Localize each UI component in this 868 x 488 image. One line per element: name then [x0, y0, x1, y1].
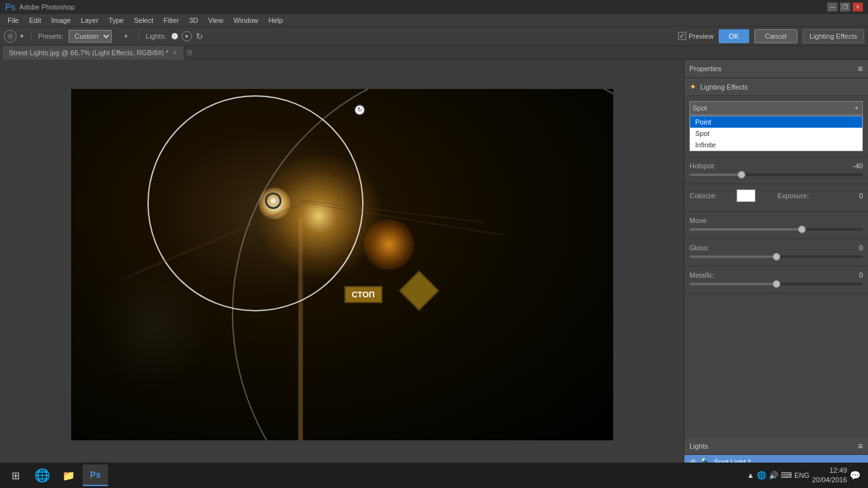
gloss-value: 0 — [844, 244, 863, 252]
gloss-slider[interactable] — [689, 255, 863, 258]
fx-icon: ✦ — [689, 82, 696, 92]
ok-button[interactable]: OK — [719, 29, 749, 43]
menu-select[interactable]: Select — [129, 14, 159, 27]
hotspot-row: Hotspot: -40 — [689, 162, 863, 170]
light-type-wrapper: Spot Point Infinite — [689, 101, 863, 115]
menu-layer[interactable]: Layer — [76, 14, 104, 27]
titlebar-text: Adobe Photoshop — [19, 3, 74, 11]
presets-select[interactable]: Custom — [69, 30, 112, 43]
system-tray: ▲ 🌐 🔊 ⌨ ENG 12:49 20/04/2016 💬 — [742, 466, 865, 485]
lights-section-options[interactable]: ≡ — [858, 441, 863, 451]
panel-options-icon[interactable]: ≡ — [858, 64, 863, 74]
cancel-button[interactable]: Cancel — [754, 29, 797, 43]
tool-icon: ◎ — [4, 30, 17, 43]
lighting-effects-panel-label: Lighting Effects — [700, 83, 748, 91]
menu-window[interactable]: Window — [228, 14, 263, 27]
metallic-slider[interactable] — [689, 283, 863, 285]
lights-area: ● ↻ — [172, 31, 203, 41]
move-section: Move — [684, 212, 868, 239]
menu-type[interactable]: Type — [104, 14, 129, 27]
preview-checkbox[interactable] — [678, 32, 686, 40]
minimize-button[interactable]: — — [827, 3, 837, 11]
move-slider[interactable] — [689, 228, 863, 231]
dropdown-item-infinite[interactable]: Infinite — [690, 139, 862, 151]
gloss-section: Gloss: 0 — [684, 239, 868, 266]
light-type-dropdown-open: Point Spot Infinite — [689, 116, 863, 151]
window-controls[interactable]: — ❐ ✕ — [827, 3, 863, 11]
dropdown-item-spot[interactable]: Spot — [690, 128, 862, 139]
clock-time: 12:49 — [812, 466, 847, 475]
light-type-section: Spot Point Infinite Point Spot Infinite — [684, 96, 868, 157]
volume-icon[interactable]: 🔊 — [769, 471, 778, 480]
exposure-label: Exposure: — [778, 192, 822, 200]
menu-view[interactable]: View — [203, 14, 229, 27]
panel-header: Properties ≡ — [684, 60, 868, 78]
menu-image[interactable]: Image — [46, 14, 76, 27]
start-button[interactable]: ⊞ — [3, 464, 28, 486]
exposure-value: 0 — [844, 192, 863, 200]
preview-area: Preview OK Cancel Lighting Effects — [678, 29, 864, 43]
system-clock: 12:49 20/04/2016 — [812, 466, 847, 485]
menu-filter[interactable]: Filter — [158, 14, 184, 27]
clock-date: 20/04/2016 — [812, 475, 847, 485]
metallic-slider-thumb[interactable] — [773, 280, 780, 288]
move-row: Move — [689, 217, 863, 224]
properties-panel: Properties ≡ ✦ Lighting Effects Spot Poi… — [684, 60, 868, 469]
ps-logo: Ps — [5, 2, 15, 12]
hotspot-section: Hotspot: -40 — [684, 157, 868, 184]
move-slider-thumb[interactable] — [798, 226, 806, 233]
add-light-button[interactable]: ● — [182, 31, 192, 41]
explorer-button[interactable]: 📁 — [56, 464, 81, 486]
lighting-effects-badge: Lighting Effects — [803, 29, 864, 43]
keyboard-icon[interactable]: ⌨ — [781, 471, 792, 480]
gloss-row: Gloss: 0 — [689, 244, 863, 252]
metallic-slider-fill — [689, 283, 776, 285]
gloss-label: Gloss: — [689, 244, 734, 252]
chrome-button[interactable]: 🌐 — [29, 464, 55, 486]
light-type-select[interactable]: Spot Point Infinite — [689, 101, 863, 115]
menu-help[interactable]: Help — [264, 14, 288, 27]
menu-file[interactable]: File — [3, 14, 24, 27]
folder-icon: 📁 — [61, 468, 76, 483]
canvas-area[interactable]: СТОП ↻ — [0, 60, 684, 469]
tab-close-button[interactable]: ✕ — [172, 50, 177, 56]
lights-section-header: Lights ≡ — [684, 438, 868, 455]
taskbar: ⊞ 🌐 📁 Ps ▲ 🌐 🔊 ⌨ ENG 12:49 20/04/2016 💬 — [0, 463, 868, 488]
photoshop-button[interactable]: Ps — [83, 464, 108, 486]
light-dot[interactable] — [172, 33, 178, 39]
inner-light — [265, 193, 281, 209]
colorize-exposure-section: Colorize: Exposure: 0 — [684, 184, 868, 212]
hotspot-slider[interactable] — [689, 173, 863, 176]
metallic-section: Metallic: 0 — [684, 266, 868, 294]
notification-icon[interactable]: 💬 — [850, 470, 860, 480]
menu-edit[interactable]: Edit — [24, 14, 46, 27]
network-icon[interactable]: 🌐 — [757, 471, 766, 480]
preview-checkbox-wrap: Preview — [678, 32, 714, 40]
hotspot-slider-thumb[interactable] — [738, 171, 745, 179]
dropdown-item-point[interactable]: Point — [690, 116, 862, 128]
close-button[interactable]: ✕ — [853, 3, 863, 11]
restore-button[interactable]: ❐ — [840, 3, 850, 11]
gloss-slider-thumb[interactable] — [773, 253, 780, 261]
ps-taskbar-icon: Ps — [88, 467, 103, 482]
main-area: СТОП ↻ — [0, 60, 868, 469]
menu-3d[interactable]: 3D — [184, 14, 203, 27]
lighting-effects-label: Lighting Effects — [810, 32, 857, 40]
metallic-label: Metallic: — [689, 271, 734, 279]
app-logo: Ps Adobe Photoshop — [5, 2, 75, 12]
presets-select-wrapper: Custom — [69, 30, 132, 43]
photo-canvas: СТОП ↻ — [71, 89, 613, 440]
refresh-light-button[interactable]: ↻ — [196, 31, 203, 41]
tray-arrow[interactable]: ▲ — [747, 471, 754, 480]
titlebar: Ps Adobe Photoshop — ❐ ✕ — [0, 0, 868, 14]
panel-title: Properties — [689, 65, 721, 72]
stop-sign: СТОП — [344, 286, 383, 303]
colorize-label: Colorize: — [689, 192, 734, 200]
separator-1 — [31, 30, 32, 43]
tool-dropdown-arrow[interactable]: ▼ — [19, 33, 25, 39]
windows-icon: ⊞ — [8, 468, 23, 483]
document-tab[interactable]: Street Lights.jpg @ 66.7% (Light Effects… — [3, 46, 184, 60]
language-label[interactable]: ENG — [794, 471, 810, 479]
colorize-swatch[interactable] — [736, 189, 756, 202]
new-tab-button[interactable]: + — [187, 50, 192, 55]
